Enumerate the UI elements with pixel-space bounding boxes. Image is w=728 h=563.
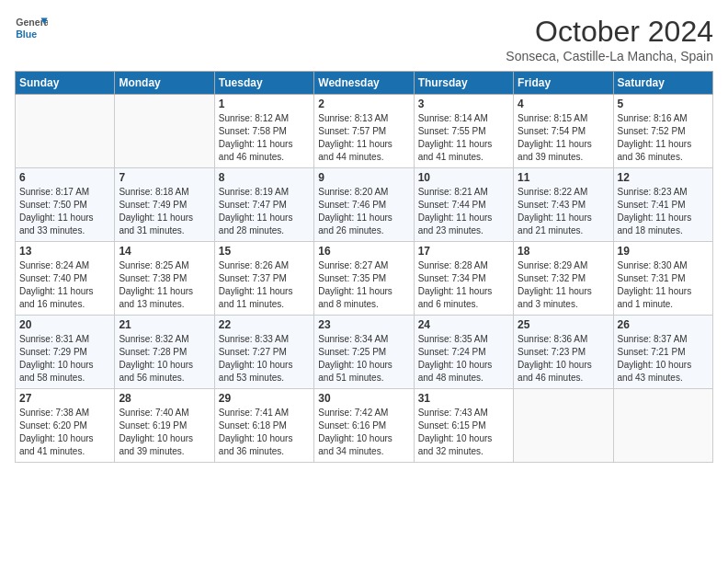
day-info: Sunrise: 7:38 AMSunset: 6:20 PMDaylight:… — [19, 407, 110, 458]
day-number: 27 — [19, 392, 110, 405]
calendar-cell: 27Sunrise: 7:38 AMSunset: 6:20 PMDayligh… — [16, 389, 115, 463]
logo-icon: General Blue — [15, 15, 48, 42]
day-info: Sunrise: 8:22 AMSunset: 7:43 PMDaylight:… — [518, 186, 609, 237]
calendar-cell — [514, 389, 613, 463]
calendar-cell: 7Sunrise: 8:18 AMSunset: 7:49 PMDaylight… — [115, 168, 214, 242]
calendar-cell: 16Sunrise: 8:27 AMSunset: 7:35 PMDayligh… — [314, 242, 414, 316]
day-number: 28 — [119, 392, 210, 405]
day-number: 29 — [219, 392, 310, 405]
day-info: Sunrise: 8:27 AMSunset: 7:35 PMDaylight:… — [318, 259, 409, 311]
calendar-week-row: 27Sunrise: 7:38 AMSunset: 6:20 PMDayligh… — [16, 389, 713, 463]
calendar-table: SundayMondayTuesdayWednesdayThursdayFrid… — [15, 71, 713, 463]
day-number: 17 — [418, 245, 509, 258]
day-number: 4 — [518, 98, 609, 110]
weekday-header: Wednesday — [314, 72, 414, 95]
calendar-cell: 26Sunrise: 8:37 AMSunset: 7:21 PMDayligh… — [613, 316, 712, 389]
day-info: Sunrise: 8:18 AMSunset: 7:49 PMDaylight:… — [119, 186, 210, 237]
day-info: Sunrise: 8:14 AMSunset: 7:55 PMDaylight:… — [418, 112, 509, 164]
calendar-cell: 30Sunrise: 7:42 AMSunset: 6:16 PMDayligh… — [314, 389, 414, 463]
day-number: 26 — [618, 318, 709, 331]
calendar-cell — [16, 95, 115, 168]
calendar-cell: 19Sunrise: 8:30 AMSunset: 7:31 PMDayligh… — [613, 242, 712, 316]
calendar-cell: 13Sunrise: 8:24 AMSunset: 7:40 PMDayligh… — [16, 242, 115, 316]
day-number: 21 — [119, 318, 210, 331]
day-number: 24 — [418, 318, 509, 331]
day-info: Sunrise: 8:26 AMSunset: 7:37 PMDaylight:… — [219, 259, 310, 311]
calendar-cell: 23Sunrise: 8:34 AMSunset: 7:25 PMDayligh… — [314, 316, 414, 389]
weekday-header-row: SundayMondayTuesdayWednesdayThursdayFrid… — [16, 72, 713, 95]
weekday-header: Thursday — [414, 72, 513, 95]
day-info: Sunrise: 8:21 AMSunset: 7:44 PMDaylight:… — [418, 186, 509, 237]
calendar-week-row: 6Sunrise: 8:17 AMSunset: 7:50 PMDaylight… — [16, 168, 713, 242]
calendar-week-row: 1Sunrise: 8:12 AMSunset: 7:58 PMDaylight… — [16, 95, 713, 168]
day-number: 2 — [318, 98, 409, 110]
day-number: 9 — [318, 171, 409, 184]
day-info: Sunrise: 7:41 AMSunset: 6:18 PMDaylight:… — [219, 407, 310, 458]
day-number: 5 — [618, 98, 709, 110]
day-number: 11 — [518, 171, 609, 184]
location-title: Sonseca, Castille-La Mancha, Spain — [506, 49, 713, 63]
logo: General Blue — [15, 15, 48, 42]
day-number: 12 — [618, 171, 709, 184]
day-info: Sunrise: 8:28 AMSunset: 7:34 PMDaylight:… — [418, 259, 509, 311]
month-title: October 2024 — [506, 15, 713, 49]
day-number: 19 — [618, 245, 709, 258]
calendar-cell: 20Sunrise: 8:31 AMSunset: 7:29 PMDayligh… — [16, 316, 115, 389]
day-info: Sunrise: 8:23 AMSunset: 7:41 PMDaylight:… — [618, 186, 709, 237]
day-info: Sunrise: 8:36 AMSunset: 7:23 PMDaylight:… — [518, 333, 609, 385]
calendar-cell: 25Sunrise: 8:36 AMSunset: 7:23 PMDayligh… — [514, 316, 613, 389]
calendar-cell: 12Sunrise: 8:23 AMSunset: 7:41 PMDayligh… — [613, 168, 712, 242]
day-info: Sunrise: 8:13 AMSunset: 7:57 PMDaylight:… — [318, 112, 409, 164]
calendar-cell: 14Sunrise: 8:25 AMSunset: 7:38 PMDayligh… — [115, 242, 214, 316]
day-number: 25 — [518, 318, 609, 331]
calendar-cell: 8Sunrise: 8:19 AMSunset: 7:47 PMDaylight… — [214, 168, 313, 242]
calendar-cell: 6Sunrise: 8:17 AMSunset: 7:50 PMDaylight… — [16, 168, 115, 242]
day-info: Sunrise: 8:29 AMSunset: 7:32 PMDaylight:… — [518, 259, 609, 311]
calendar-cell: 24Sunrise: 8:35 AMSunset: 7:24 PMDayligh… — [414, 316, 513, 389]
day-info: Sunrise: 7:42 AMSunset: 6:16 PMDaylight:… — [318, 407, 409, 458]
day-info: Sunrise: 8:31 AMSunset: 7:29 PMDaylight:… — [19, 333, 110, 385]
weekday-header: Tuesday — [214, 72, 313, 95]
calendar-cell: 11Sunrise: 8:22 AMSunset: 7:43 PMDayligh… — [514, 168, 613, 242]
calendar-cell: 31Sunrise: 7:43 AMSunset: 6:15 PMDayligh… — [414, 389, 513, 463]
day-number: 10 — [418, 171, 509, 184]
day-number: 8 — [219, 171, 310, 184]
day-info: Sunrise: 8:32 AMSunset: 7:28 PMDaylight:… — [119, 333, 210, 385]
calendar-cell: 22Sunrise: 8:33 AMSunset: 7:27 PMDayligh… — [214, 316, 313, 389]
calendar-cell: 17Sunrise: 8:28 AMSunset: 7:34 PMDayligh… — [414, 242, 513, 316]
calendar-cell: 9Sunrise: 8:20 AMSunset: 7:46 PMDaylight… — [314, 168, 414, 242]
day-number: 6 — [19, 171, 110, 184]
calendar-cell: 21Sunrise: 8:32 AMSunset: 7:28 PMDayligh… — [115, 316, 214, 389]
calendar-cell: 1Sunrise: 8:12 AMSunset: 7:58 PMDaylight… — [214, 95, 313, 168]
calendar-cell: 18Sunrise: 8:29 AMSunset: 7:32 PMDayligh… — [514, 242, 613, 316]
weekday-header: Saturday — [613, 72, 712, 95]
day-info: Sunrise: 8:17 AMSunset: 7:50 PMDaylight:… — [19, 186, 110, 237]
calendar-cell: 29Sunrise: 7:41 AMSunset: 6:18 PMDayligh… — [214, 389, 313, 463]
day-info: Sunrise: 8:19 AMSunset: 7:47 PMDaylight:… — [219, 186, 310, 237]
calendar-cell: 10Sunrise: 8:21 AMSunset: 7:44 PMDayligh… — [414, 168, 513, 242]
day-number: 14 — [119, 245, 210, 258]
calendar-cell: 2Sunrise: 8:13 AMSunset: 7:57 PMDaylight… — [314, 95, 414, 168]
day-number: 31 — [418, 392, 509, 405]
day-info: Sunrise: 7:40 AMSunset: 6:19 PMDaylight:… — [119, 407, 210, 458]
calendar-cell: 28Sunrise: 7:40 AMSunset: 6:19 PMDayligh… — [115, 389, 214, 463]
day-info: Sunrise: 8:30 AMSunset: 7:31 PMDaylight:… — [618, 259, 709, 311]
weekday-header: Monday — [115, 72, 214, 95]
day-number: 20 — [19, 318, 110, 331]
title-block: October 2024 Sonseca, Castille-La Mancha… — [506, 15, 713, 63]
weekday-header: Friday — [514, 72, 613, 95]
day-number: 15 — [219, 245, 310, 258]
day-number: 22 — [219, 318, 310, 331]
calendar-cell: 15Sunrise: 8:26 AMSunset: 7:37 PMDayligh… — [214, 242, 313, 316]
day-info: Sunrise: 8:24 AMSunset: 7:40 PMDaylight:… — [19, 259, 110, 311]
calendar-cell: 5Sunrise: 8:16 AMSunset: 7:52 PMDaylight… — [613, 95, 712, 168]
calendar-cell — [613, 389, 712, 463]
day-info: Sunrise: 8:37 AMSunset: 7:21 PMDaylight:… — [618, 333, 709, 385]
day-info: Sunrise: 8:35 AMSunset: 7:24 PMDaylight:… — [418, 333, 509, 385]
day-number: 16 — [318, 245, 409, 258]
calendar-week-row: 20Sunrise: 8:31 AMSunset: 7:29 PMDayligh… — [16, 316, 713, 389]
day-info: Sunrise: 8:15 AMSunset: 7:54 PMDaylight:… — [518, 112, 609, 164]
page-header: General Blue October 2024 Sonseca, Casti… — [15, 15, 713, 63]
calendar-cell: 4Sunrise: 8:15 AMSunset: 7:54 PMDaylight… — [514, 95, 613, 168]
day-info: Sunrise: 8:33 AMSunset: 7:27 PMDaylight:… — [219, 333, 310, 385]
